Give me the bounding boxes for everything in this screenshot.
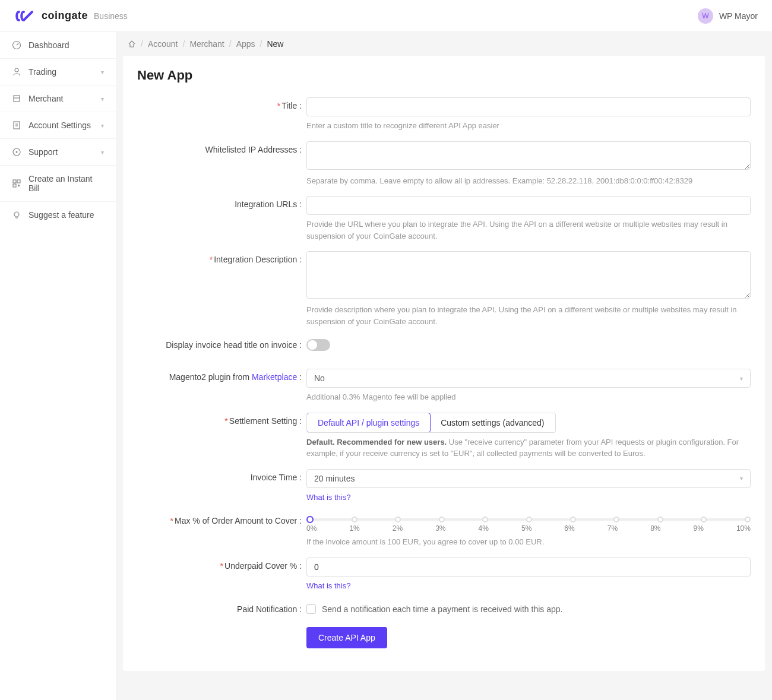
breadcrumb-item[interactable]: Account xyxy=(148,39,178,49)
chevron-down-icon: ▾ xyxy=(740,475,743,482)
integration-desc-label: *Integration Description : xyxy=(137,251,306,264)
logo-icon xyxy=(14,9,37,23)
sidebar-item-trading[interactable]: Trading ▾ xyxy=(0,59,116,85)
paid-notif-label: Paid Notification : xyxy=(137,601,306,614)
paid-notif-text: Send a notification each time a payment … xyxy=(322,604,562,614)
settlement-hint: Default. Recommended for new users. Use … xyxy=(306,436,751,460)
magento-hint: Additional 0.3% Magento fee will be appl… xyxy=(306,391,751,403)
top-header: coingate Business W WP Mayor xyxy=(0,0,772,32)
integration-desc-hint: Provide description where you plan to in… xyxy=(306,304,751,327)
settlement-label: *Settlement Setting : xyxy=(137,413,306,426)
max-pct-hint: If the invoice amount is 100 EUR, you ag… xyxy=(306,536,751,548)
breadcrumb-item[interactable]: Apps xyxy=(236,39,255,49)
chevron-down-icon: ▾ xyxy=(101,96,104,102)
magento-select[interactable]: No ▾ xyxy=(306,369,751,388)
svg-rect-10 xyxy=(17,180,20,183)
invoice-time-help-link[interactable]: What is this? xyxy=(306,493,350,502)
slider-dot[interactable] xyxy=(482,517,488,522)
sidebar: Dashboard Trading ▾ Merchant ▾ Account S… xyxy=(0,32,116,700)
invoice-time-value: 20 minutes xyxy=(314,474,355,483)
breadcrumb-sep: / xyxy=(260,39,262,49)
slider-dot[interactable] xyxy=(526,517,532,522)
breadcrumb-sep: / xyxy=(229,39,232,49)
slider-dot[interactable] xyxy=(701,517,707,522)
svg-rect-2 xyxy=(14,96,20,102)
chevron-down-icon: ▾ xyxy=(101,69,104,75)
svg-rect-12 xyxy=(18,185,20,186)
max-pct-label: *Max % of Order Amount to Cover : xyxy=(137,512,306,525)
slider-dot[interactable] xyxy=(352,517,357,522)
slider-labels: 0%1%2%3%4%5%6%7%8%9%10% xyxy=(306,524,751,533)
brand-logo[interactable]: coingate xyxy=(14,9,88,23)
chevron-down-icon: ▾ xyxy=(101,122,104,129)
main-area: / Account / Merchant / Apps / New New Ap… xyxy=(116,32,772,700)
sidebar-item-label: Merchant xyxy=(29,94,63,103)
settlement-default-option[interactable]: Default API / plugin settings xyxy=(306,413,431,433)
display-invoice-toggle[interactable] xyxy=(306,339,330,351)
sidebar-item-suggest[interactable]: Suggest a feature xyxy=(0,202,116,228)
slider-mark-label: 8% xyxy=(650,524,660,533)
slider-dot[interactable] xyxy=(395,517,401,522)
dashboard-icon xyxy=(12,40,21,50)
slider-mark-label: 4% xyxy=(479,524,489,533)
title-hint: Enter a custom title to recognize differ… xyxy=(306,120,751,132)
title-input[interactable] xyxy=(306,97,751,116)
whitelist-textarea[interactable] xyxy=(306,141,751,170)
avatar[interactable]: W xyxy=(698,8,713,24)
svg-rect-4 xyxy=(14,122,20,129)
whitelist-hint: Separate by comma. Leave empty to allow … xyxy=(306,175,751,187)
title-label: *Title : xyxy=(137,97,306,110)
slider-dot[interactable] xyxy=(613,517,619,522)
integration-urls-label: Integration URLs : xyxy=(137,196,306,209)
underpaid-label: *Underpaid Cover % : xyxy=(137,558,306,571)
integration-desc-textarea[interactable] xyxy=(306,251,751,299)
slider-mark-label: 5% xyxy=(521,524,531,533)
settlement-custom-option[interactable]: Custom settings (advanced) xyxy=(430,413,555,432)
underpaid-help-link[interactable]: What is this? xyxy=(306,581,350,590)
sidebar-item-label: Suggest a feature xyxy=(29,210,94,220)
invoice-time-select[interactable]: 20 minutes ▾ xyxy=(306,469,751,488)
svg-rect-9 xyxy=(13,180,16,183)
bulb-icon xyxy=(12,210,21,220)
breadcrumb-sep: / xyxy=(182,39,185,49)
integration-urls-input[interactable] xyxy=(306,196,751,215)
sidebar-item-dashboard[interactable]: Dashboard xyxy=(0,32,116,59)
user-name[interactable]: WP Mayor xyxy=(719,11,758,21)
display-invoice-label: Display invoice head title on invoice : xyxy=(137,337,306,350)
create-api-app-button[interactable]: Create API App xyxy=(306,627,387,648)
home-icon[interactable] xyxy=(128,40,136,48)
brand-name: coingate xyxy=(42,9,88,22)
sidebar-item-account-settings[interactable]: Account Settings ▾ xyxy=(0,112,116,139)
sidebar-item-label: Account Settings xyxy=(29,121,91,130)
user-icon xyxy=(12,67,21,77)
slider-dot[interactable] xyxy=(570,517,576,522)
marketplace-link[interactable]: Marketplace xyxy=(252,372,297,382)
sidebar-item-merchant[interactable]: Merchant ▾ xyxy=(0,85,116,112)
slider-dot[interactable] xyxy=(439,517,445,522)
brand-sub: Business xyxy=(94,11,128,21)
slider-mark-label: 10% xyxy=(736,524,751,533)
magento-label: Magento2 plugin from Marketplace : xyxy=(137,369,306,382)
breadcrumb-item[interactable]: Merchant xyxy=(189,39,224,49)
sidebar-item-label: Dashboard xyxy=(29,40,69,50)
slider-dot[interactable] xyxy=(745,517,751,522)
max-pct-slider[interactable] xyxy=(306,518,751,521)
slider-mark-label: 0% xyxy=(306,524,317,533)
integration-urls-hint: Provide the URL where you plan to integr… xyxy=(306,218,751,242)
slider-dot[interactable] xyxy=(306,516,314,523)
slider-mark-label: 9% xyxy=(694,524,704,533)
sidebar-item-instant-bill[interactable]: Create an Instant Bill xyxy=(0,166,116,202)
header-left: coingate Business xyxy=(14,9,128,23)
slider-mark-label: 7% xyxy=(608,524,618,533)
magento-select-value: No xyxy=(314,373,325,383)
slider-mark-label: 1% xyxy=(349,524,359,533)
sidebar-item-support[interactable]: Support ▾ xyxy=(0,139,116,166)
support-icon xyxy=(12,147,21,157)
slider-dot[interactable] xyxy=(657,517,663,522)
chevron-down-icon: ▾ xyxy=(740,375,743,382)
sidebar-item-label: Create an Instant Bill xyxy=(29,174,104,193)
slider-mark-label: 2% xyxy=(393,524,403,533)
sidebar-item-label: Trading xyxy=(29,67,56,77)
paid-notif-checkbox[interactable] xyxy=(306,604,316,614)
underpaid-input[interactable] xyxy=(306,558,751,577)
